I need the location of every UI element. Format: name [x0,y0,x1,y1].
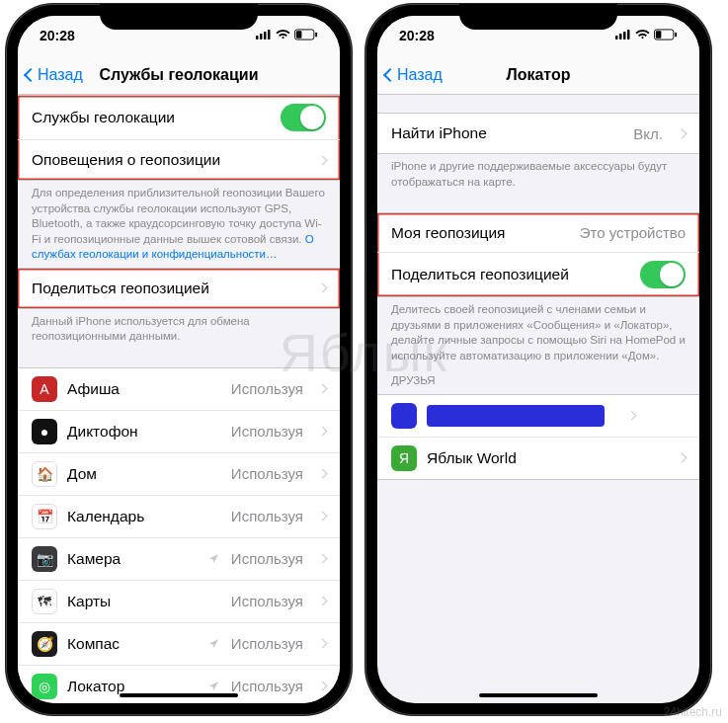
signal-icon [256,29,272,42]
row-detail: Это устройство [580,224,686,241]
row-detail: Вкл. [633,125,663,142]
section-header-friends: ДРУЗЬЯ [377,368,699,394]
app-status: Используя [231,465,303,482]
chevron-right-icon [318,469,328,479]
app-name: Камера [67,550,199,568]
app-icon: 🗺 [32,589,57,614]
footnote-privacy: Для определения приблизительной геопозиц… [18,181,340,268]
app-status: Используя [231,593,303,609]
back-button[interactable]: Назад [377,66,443,84]
row-app[interactable]: 🗺КартыИспользуя [18,581,340,623]
svg-rect-5 [296,31,302,38]
app-icon: 🏠 [32,461,57,487]
svg-rect-6 [315,32,317,37]
notch [100,4,258,30]
back-label: Назад [38,66,83,84]
app-icon: А [32,376,57,402]
signal-icon [615,29,631,42]
row-share-location[interactable]: Поделиться геопозицией [18,269,340,308]
status-time: 20:28 [40,28,75,43]
svg-rect-13 [675,32,677,37]
row-label: Найти iPhone [391,124,623,142]
back-label: Назад [397,66,443,84]
chevron-right-icon [678,128,688,138]
toggle-on[interactable] [640,261,686,288]
app-name: Календарь [67,508,221,525]
row-label: Моя геопозиция [391,224,570,242]
svg-rect-1 [260,34,263,40]
chevron-right-icon [318,597,328,606]
app-icon: ● [32,419,57,444]
location-arrow-icon [208,553,219,564]
chevron-right-icon [318,427,328,437]
row-share-location[interactable]: Поделиться геопозицией [377,253,699,296]
app-name: Дом [67,465,221,483]
app-status: Используя [231,380,303,397]
app-icon: 📅 [32,504,57,529]
app-icon: 📷 [32,546,57,572]
friend-avatar-icon: Я [391,445,417,471]
svg-rect-8 [619,34,622,40]
app-name: Афиша [67,380,221,398]
row-app[interactable]: ◎ЛокаторИспользуя [18,666,340,703]
app-icon: 🧭 [32,631,57,657]
row-label: Поделиться геопозицией [32,280,303,297]
chevron-left-icon [383,67,397,81]
app-status: Используя [231,423,303,440]
home-indicator[interactable] [479,693,598,697]
row-find-iphone[interactable]: Найти iPhone Вкл. [377,114,699,153]
chevron-right-icon [318,512,328,522]
source-watermark: 24hitech.ru [664,705,722,719]
nav-bar: Назад Службы геолокации [18,55,340,95]
redacted-name [427,405,605,427]
app-name: Локатор [67,678,199,695]
wifi-icon [635,29,650,43]
svg-rect-3 [268,30,271,40]
chevron-right-icon [318,682,328,691]
phone-right: 20:28 Назад Лока [365,4,711,715]
row-my-location[interactable]: Моя геопозиция Это устройство [377,213,699,253]
svg-rect-10 [627,30,630,40]
chevron-right-icon [318,554,328,564]
chevron-right-icon [627,411,637,421]
chevron-right-icon [318,639,328,649]
notch [459,4,617,30]
location-arrow-icon [208,681,219,691]
row-label: Службы геолокации [32,109,271,126]
toggle-on[interactable] [281,104,326,131]
footnote-find: iPhone и другие поддерживаемые аксессуар… [377,154,699,195]
svg-rect-0 [256,36,259,40]
chevron-right-icon [318,283,328,293]
row-app[interactable]: 📅КалендарьИспользуя [18,496,340,538]
row-label: Оповещения о геопозиции [32,151,303,169]
wifi-icon [276,29,290,43]
row-friend-yablyk[interactable]: Я Яблык World [377,438,699,479]
friend-avatar-icon [391,403,417,429]
row-location-services[interactable]: Службы геолокации [18,96,340,140]
app-icon: ◎ [32,674,57,699]
row-location-alerts[interactable]: Оповещения о геопозиции [18,140,340,180]
app-name: Компас [67,635,199,653]
row-app[interactable]: 🏠ДомИспользуя [18,453,340,496]
location-arrow-icon [208,638,219,649]
chevron-left-icon [24,67,38,81]
row-app[interactable]: 🧭КомпасИспользуя [18,623,340,666]
nav-bar: Назад Локатор [377,55,699,95]
battery-icon [294,29,318,43]
footnote-share: Данный iPhone используется для обмена ге… [18,309,340,350]
phone-left: 20:28 Назад Служ [6,4,352,715]
row-label: Яблык World [427,449,663,467]
chevron-right-icon [678,453,688,463]
row-app[interactable]: ●ДиктофонИспользуя [18,411,340,453]
chevron-right-icon [318,155,328,165]
svg-rect-9 [623,32,626,40]
row-app[interactable]: 📷КамераИспользуя [18,538,340,581]
home-indicator[interactable] [120,693,238,697]
battery-icon [654,29,678,43]
row-app[interactable]: ААфишаИспользуя [18,368,340,411]
svg-rect-7 [615,36,618,40]
app-status: Используя [231,635,303,652]
back-button[interactable]: Назад [18,66,83,84]
row-friend-redacted[interactable] [377,395,699,438]
svg-rect-12 [656,31,662,38]
